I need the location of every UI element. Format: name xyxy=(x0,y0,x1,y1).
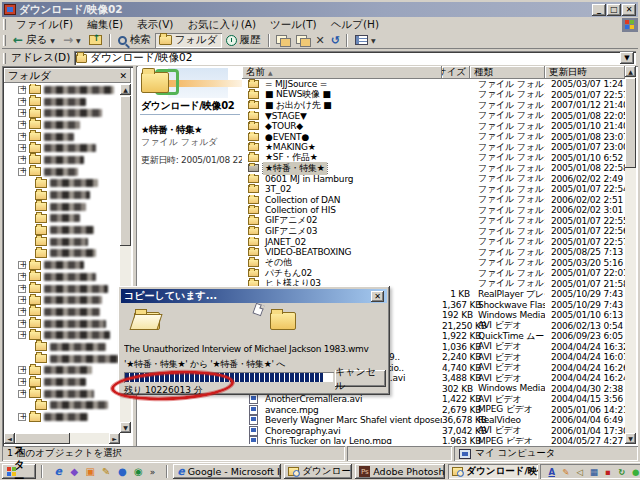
rebar-grip[interactable] xyxy=(3,35,6,46)
tree-hscroll-thumb[interactable] xyxy=(15,433,70,444)
tree-item[interactable] xyxy=(4,388,120,400)
back-dropdown-icon[interactable]: ▼ xyxy=(50,37,55,44)
table-row[interactable]: JANET_02ファイル フォルダ2005/01/07 22:57 xyxy=(242,237,625,248)
ie-launch-icon[interactable]: e xyxy=(52,465,65,478)
table-row[interactable]: ◆TOUR◆ファイル フォルダ2005/01/10 21:40 xyxy=(242,121,625,132)
table-row[interactable]: Beverly Wagner Marc Shafel vient dposer.… xyxy=(242,415,625,426)
tree-item[interactable] xyxy=(4,376,120,388)
tree-item[interactable] xyxy=(4,213,120,225)
tree-item[interactable] xyxy=(4,189,120,201)
delete-button[interactable]: ✕ xyxy=(313,33,328,48)
table-row[interactable]: avance.mpg2,679 KBMPEG ビデオ2005/01/06 14:… xyxy=(242,405,625,416)
cancel-button[interactable]: キャンセル xyxy=(335,370,386,387)
scroll-up-icon[interactable]: ▲ xyxy=(120,84,131,95)
tree-item[interactable] xyxy=(4,96,120,108)
tree-item[interactable] xyxy=(4,154,120,166)
maximize-button[interactable]: □ xyxy=(607,4,621,16)
expand-plus-icon[interactable] xyxy=(18,168,26,176)
undo-button[interactable]: ↺ xyxy=(328,33,343,48)
close-button[interactable]: ✕ xyxy=(622,4,636,16)
browser-launch-icon[interactable]: ◉ xyxy=(132,465,145,478)
folders-toggle-button[interactable]: フォルダ xyxy=(155,33,222,48)
history-button[interactable]: 履歴 xyxy=(222,33,265,48)
expand-plus-icon[interactable] xyxy=(18,296,26,304)
expand-plus-icon[interactable] xyxy=(18,285,26,293)
table-row[interactable]: ★特番・特集★ファイル フォルダ2005/01/08 22:58 xyxy=(242,163,625,174)
table-row[interactable]: Chris Tucker on Jay Leno.mpg1,963 KBMPEG… xyxy=(242,436,625,444)
column-header-name[interactable]: 名前▲ xyxy=(242,66,442,79)
scroll-up-icon[interactable]: ▲ xyxy=(625,66,636,77)
list-vertical-scrollbar[interactable]: ▲ ▼ xyxy=(625,66,636,444)
menu-item-2[interactable]: 表示(V) xyxy=(130,17,180,33)
tree-item[interactable] xyxy=(4,306,120,318)
expand-plus-icon[interactable] xyxy=(18,273,26,281)
expand-plus-icon[interactable] xyxy=(18,413,26,421)
task-button-1[interactable]: ダウンロード/映像02 xyxy=(284,464,352,479)
tree-item[interactable] xyxy=(4,131,120,143)
display-icon[interactable]: ▦ xyxy=(588,466,599,477)
rebar-grip[interactable] xyxy=(3,53,6,64)
move-to-button[interactable] xyxy=(273,33,293,48)
table-row[interactable]: ●EVENT●ファイル フォルダ2005/01/08 23:07 xyxy=(242,132,625,143)
tree-item[interactable] xyxy=(4,353,120,365)
forward-dropdown-icon[interactable]: ▼ xyxy=(76,37,81,44)
tree-item[interactable] xyxy=(4,119,120,131)
search-button[interactable]: 検索 xyxy=(114,33,155,48)
forward-button[interactable]: → ▼ xyxy=(59,33,85,48)
table-row[interactable]: AnotherCremallera.avi1,422 KBAVI ビデオ2004… xyxy=(242,394,625,405)
expand-plus-icon[interactable] xyxy=(18,98,26,106)
minimize-button[interactable]: _ xyxy=(592,4,606,16)
copy-to-button[interactable] xyxy=(293,33,313,48)
tree-item[interactable] xyxy=(4,283,120,295)
menu-item-5[interactable]: ヘルプ(H) xyxy=(324,17,386,33)
address-dropdown-icon[interactable]: ▼ xyxy=(620,52,634,64)
table-row[interactable]: ■ お出かけ先 ■ファイル フォルダ2007/01/12 21:40 xyxy=(242,100,625,111)
expand-plus-icon[interactable] xyxy=(18,261,26,269)
expand-plus-icon[interactable] xyxy=(18,86,26,94)
expand-plus-icon[interactable] xyxy=(18,366,26,374)
expand-plus-icon[interactable] xyxy=(18,121,26,129)
menu-item-0[interactable]: ファイル(F) xyxy=(9,17,80,33)
menu-item-3[interactable]: お気に入り(A) xyxy=(180,17,263,33)
expand-plus-icon[interactable] xyxy=(18,133,26,141)
tree-item[interactable] xyxy=(4,236,120,248)
volume-icon[interactable]: ◁ xyxy=(574,466,585,477)
expand-plus-icon[interactable] xyxy=(18,308,26,316)
tree-item[interactable] xyxy=(4,329,120,341)
task-button-0[interactable]: eGoogle - Microsoft In.. xyxy=(173,464,281,479)
sync-icon[interactable]: ↻ xyxy=(616,466,627,477)
tree-item[interactable] xyxy=(4,224,120,236)
tree-item[interactable] xyxy=(4,318,120,330)
tree-item[interactable] xyxy=(4,411,120,423)
task-button-3[interactable]: ダウンロード/映像02 xyxy=(448,464,538,479)
tree-item[interactable] xyxy=(4,107,120,119)
outlook-launch-icon[interactable]: ◆ xyxy=(68,465,81,478)
tree-close-icon[interactable]: ✕ xyxy=(119,71,127,81)
expand-plus-icon[interactable] xyxy=(18,320,26,328)
column-header-date[interactable]: 更新日時 xyxy=(545,66,625,79)
atok-icon[interactable]: ● xyxy=(630,466,640,477)
app-tray-icon[interactable]: ▪ xyxy=(602,466,613,477)
expand-plus-icon[interactable] xyxy=(18,109,26,117)
expand-plus-icon[interactable] xyxy=(18,331,26,339)
column-header-type[interactable]: 種類 xyxy=(470,66,545,79)
table-row[interactable]: 3T_02ファイル フォルダ2005/01/07 22:54 xyxy=(242,184,625,195)
rebar-grip[interactable] xyxy=(3,19,6,30)
list-scroll-thumb[interactable] xyxy=(625,78,636,168)
dialog-titlebar[interactable]: コピーしています... ✕ xyxy=(121,289,387,303)
tree-item[interactable] xyxy=(4,178,120,190)
expand-plus-icon[interactable] xyxy=(18,144,26,152)
table-row[interactable]: ▼STAGE▼ファイル フォルダ2005/01/08 22:05 xyxy=(242,111,625,122)
tree-item[interactable] xyxy=(4,341,120,353)
scroll-down-icon[interactable]: ▼ xyxy=(120,422,131,433)
tree-item[interactable] xyxy=(4,294,120,306)
table-row[interactable]: 0601 MJ in Hamburgファイル フォルダ2006/02/02 2:… xyxy=(242,174,625,185)
address-input[interactable]: ダウンロード/映像02 ▼ xyxy=(74,51,636,65)
expand-plus-icon[interactable] xyxy=(18,156,26,164)
dialog-close-icon[interactable]: ✕ xyxy=(371,291,384,302)
scroll-left-icon[interactable]: ◄ xyxy=(4,433,15,444)
table-row[interactable]: Collection of DANファイル フォルダ2006/02/02 2:5… xyxy=(242,195,625,206)
pen-tray-icon[interactable]: ✎ xyxy=(560,466,571,477)
pen-launch-icon[interactable]: ✎ xyxy=(100,465,113,478)
start-button[interactable]: スタート xyxy=(2,464,36,479)
